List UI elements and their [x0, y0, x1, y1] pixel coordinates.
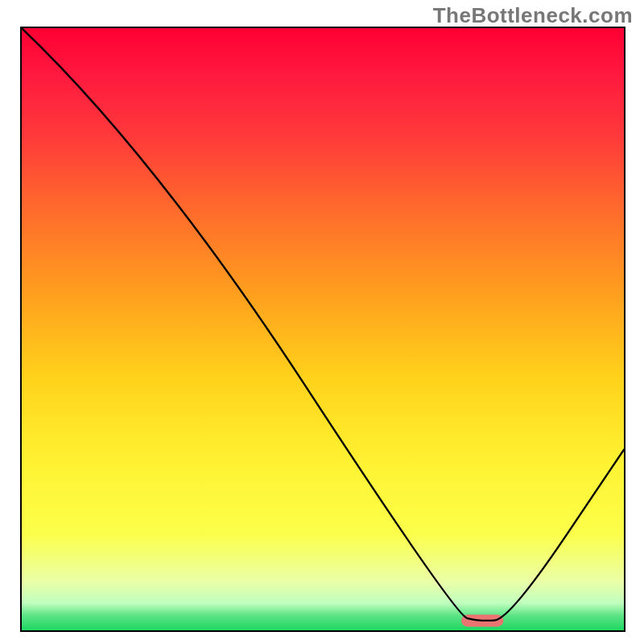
plot-area [20, 27, 625, 632]
watermark-text: TheBottleneck.com [433, 3, 633, 28]
bottleneck-curve [22, 28, 624, 630]
chart-container: TheBottleneck.com [0, 0, 644, 644]
